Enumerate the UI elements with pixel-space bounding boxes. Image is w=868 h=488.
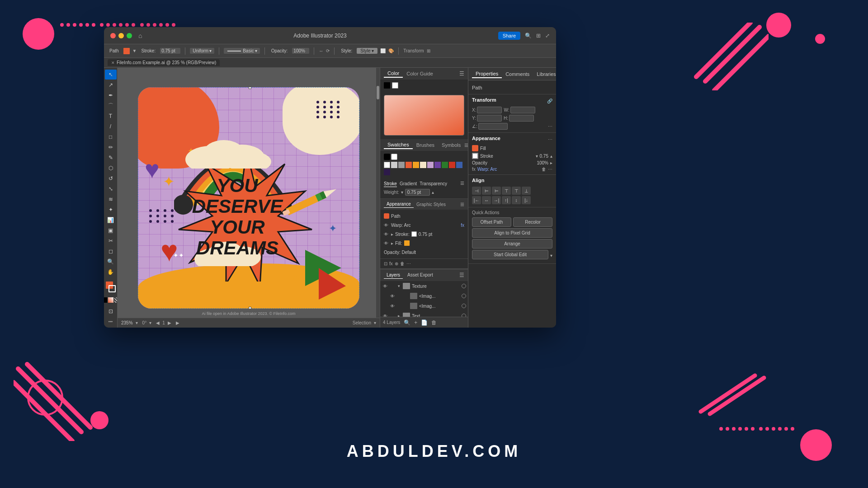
layer-target-text[interactable] [462,314,466,317]
layer-imag2[interactable]: 👁 <Imag... [380,301,468,311]
color-gradient-preview[interactable] [384,95,464,136]
appear-expand-icon[interactable]: ▸ [391,232,393,237]
search-icon[interactable]: 🔍 [525,33,532,39]
appear-fill-eye[interactable]: 👁 [384,241,389,246]
graphic-styles-tab[interactable]: Graphic Styles [414,201,448,208]
fx-add[interactable]: ⊕ [395,261,398,266]
tool-select[interactable]: ↖ [105,70,117,80]
style-button[interactable]: Style ▾ [357,48,377,54]
recolor-button[interactable]: Recolor [513,217,552,227]
tool-rotate[interactable]: ↺ [105,174,117,183]
arrange-button[interactable]: Arrange [472,239,552,249]
tool-rectangle[interactable]: □ [105,132,117,142]
stroke-style-button[interactable]: Basic ▾ [224,48,259,54]
layer-lock-texture[interactable] [389,283,396,289]
fx-more[interactable]: ⋯ [406,261,411,266]
tool-warp[interactable]: ≋ [105,194,117,204]
stroke-color-swatch[interactable] [123,48,130,54]
layer-texture[interactable]: 👁 ▾ Texture [380,281,468,291]
layer-search-icon[interactable]: + [414,319,417,326]
x-input[interactable]: 125 px [477,107,502,113]
transform-options-icon[interactable]: ⋯ [548,124,552,129]
swatch-white-2[interactable] [384,162,390,168]
align-right[interactable]: ⊢ [492,187,501,195]
fx-button[interactable]: fx [389,261,393,266]
appear-menu[interactable]: ☰ [460,202,464,207]
w-input[interactable]: 156.3496 [510,107,535,113]
layer-text[interactable]: 👁 ▸ Text [380,311,468,317]
tool-direct-select[interactable]: ↗ [105,80,117,90]
tool-artboard[interactable]: ▣ [105,225,117,235]
tool-pencil[interactable]: ✎ [105,153,117,163]
maximize-button[interactable] [127,33,132,38]
asset-export-tab[interactable]: Asset Export [405,272,436,279]
fullscreen-icon[interactable]: ⤢ [545,33,550,39]
stroke-up-2[interactable]: ▴ [550,154,552,159]
distribute-center-v[interactable]: ↕ [512,196,521,204]
swatch-purple-light[interactable] [427,162,434,168]
layer-target-imag2[interactable] [462,304,466,308]
tool-shaper[interactable]: ⬡ [105,163,117,173]
layer-lock-imag2[interactable] [396,303,403,309]
solid-color-btn[interactable] [104,297,107,303]
layer-delete-icon[interactable]: 🗑 [431,319,437,326]
layer-vis-texture[interactable]: 👁 [382,283,388,289]
uniform-button[interactable]: Uniform ▾ [190,48,214,54]
warp-delete-icon[interactable]: 🗑 [542,167,546,172]
layer-vis-text[interactable]: 👁 [382,313,388,317]
libraries-tab[interactable]: Libraries [533,70,556,78]
opacity-input[interactable] [292,48,309,54]
layer-imag1[interactable]: 👁 <Imag... [380,291,468,301]
document-tab[interactable]: ✕ FileInfo.com Example.ai @ 235 % (RGB/P… [108,59,220,66]
layer-expand-texture[interactable]: ▾ [396,283,401,289]
home-icon[interactable]: ⌂ [138,32,142,39]
stroke-up-icon[interactable]: ▴ [432,190,434,195]
tool-slice[interactable]: ✂ [105,236,117,246]
stroke-panel-menu[interactable]: ☰ [460,181,464,187]
minimize-button[interactable] [118,33,124,38]
layer-lock-imag1[interactable] [396,293,403,299]
distribute-bottom[interactable]: |↓ [522,196,531,204]
stroke-color-swatch-2[interactable] [472,153,478,159]
distribute-right[interactable]: →| [492,196,501,204]
offset-path-button[interactable]: Offset Path [472,217,511,227]
swatch-red[interactable] [449,162,455,168]
layer-expand-imag1[interactable] [404,293,408,299]
mask-icon[interactable]: ⊡ [384,261,387,266]
color-panel-menu[interactable]: ☰ [459,70,464,77]
align-pixel-button[interactable]: Align to Pixel Grid [472,228,552,238]
tool-curvature[interactable]: ⌒ [105,101,117,111]
appear-fill-expand[interactable]: ▸ [391,241,393,246]
transparency-tab[interactable]: Transparency [420,181,447,187]
black-swatch[interactable] [384,154,390,160]
symbols-tab[interactable]: Symbols [438,141,464,149]
stroke-color[interactable] [108,285,116,292]
stroke-value-input[interactable] [160,48,180,54]
warp-more-icon[interactable]: ⋯ [548,167,552,172]
fill-color-preview[interactable] [404,240,410,246]
align-top[interactable]: ⊤ [502,187,511,195]
y-input[interactable]: 118.8035 [477,115,502,122]
color-tab[interactable]: Color [384,70,403,78]
swatch-mid-gray[interactable] [398,162,405,168]
swatch-blue[interactable] [456,162,462,168]
tool-line[interactable]: / [105,122,117,131]
close-button[interactable] [110,33,116,38]
nav-next[interactable]: ▶ [168,320,171,325]
tool-symbol-spray[interactable]: ✦ [105,205,117,215]
appear-eye-icon[interactable]: 👁 [384,223,389,228]
play-icon[interactable]: ▶ [176,320,179,325]
layers-menu-icon[interactable]: ☰ [459,272,464,278]
global-edit-button[interactable]: Start Global Edit [472,250,548,259]
appearance-more-icon[interactable]: ⋯ [548,137,552,142]
layer-vis-imag2[interactable]: 👁 [389,303,396,309]
swatches-tab[interactable]: Swatches [384,141,413,149]
layer-target-imag1[interactable] [462,294,466,298]
vertical-scrollbar[interactable] [376,68,380,318]
align-bottom[interactable]: ⊥ [522,187,531,195]
gradient-tab[interactable]: Gradient [400,181,417,187]
scrollbar-thumb[interactable] [377,86,379,99]
fill-color-swatch[interactable] [472,145,478,151]
zoom-display[interactable]: 235% [121,320,133,325]
grid-icon[interactable]: ⊞ [536,33,541,39]
